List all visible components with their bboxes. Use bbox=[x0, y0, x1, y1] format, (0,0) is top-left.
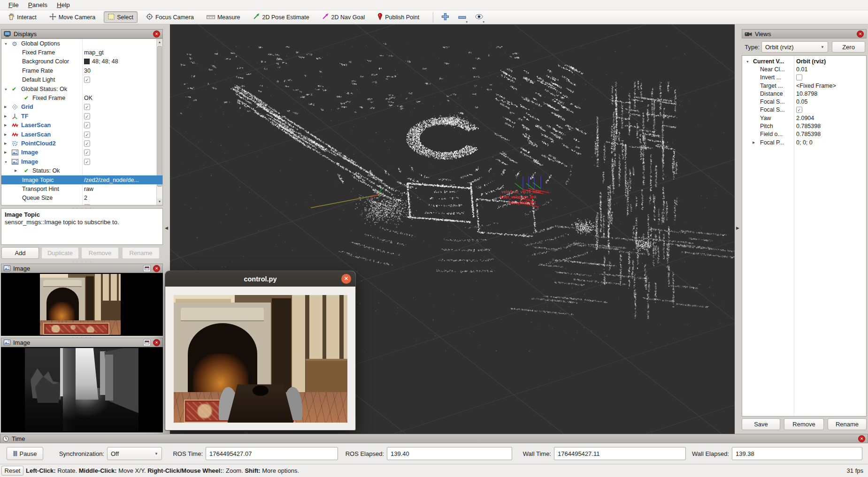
reset-button[interactable]: Reset bbox=[1, 466, 23, 476]
control-py-titlebar[interactable]: control.py ✕ bbox=[165, 271, 355, 287]
time-field-wall-time[interactable]: 1764495427.11 bbox=[554, 447, 686, 460]
splitter-collapse-right-icon[interactable]: ▶ bbox=[736, 226, 739, 230]
tree-row-transport-hint[interactable]: Transport Hintraw bbox=[1, 184, 162, 193]
time-field-ros-elapsed[interactable]: 139.40 bbox=[387, 447, 512, 460]
tree-row-image[interactable]: ▼Image✓ bbox=[1, 157, 162, 166]
tree-row-fixed-frame[interactable]: Fixed Framemap_gt bbox=[1, 48, 162, 57]
menu-help[interactable]: Help bbox=[52, 1, 75, 9]
tool-pose-estimate[interactable]: 2D Pose Estimate bbox=[249, 11, 314, 23]
tool-nav-goal[interactable]: 2D Nav Goal bbox=[318, 11, 369, 23]
tree-row-current-v[interactable]: ▼Current V...Orbit (rviz) bbox=[742, 57, 866, 65]
row-label: Yaw bbox=[760, 115, 771, 121]
toolbar-remove-tool[interactable]: ▼ bbox=[455, 11, 469, 23]
row-checkbox[interactable]: ✓ bbox=[84, 113, 90, 119]
tree-row-image[interactable]: ▶Image✓ bbox=[1, 148, 162, 157]
row-label: Default Light bbox=[22, 76, 55, 83]
control-py-window[interactable]: control.py ✕ bbox=[165, 271, 355, 430]
tool-select[interactable]: Select bbox=[104, 11, 138, 23]
row-checkbox[interactable]: ✓ bbox=[84, 77, 90, 83]
tree-row-image-topic[interactable]: Image Topic/zed2/zed_node/de... bbox=[1, 175, 162, 184]
tree-row-grid[interactable]: ▶Grid✓ bbox=[1, 103, 162, 112]
row-checkbox[interactable]: ✓ bbox=[84, 104, 90, 110]
add-button[interactable]: Add bbox=[1, 247, 39, 259]
tree-row-default-light[interactable]: Default Light✓ bbox=[1, 76, 162, 84]
tree-row-focal-s[interactable]: Focal S...0.05 bbox=[742, 98, 866, 106]
tree-row-invert[interactable]: Invert ... bbox=[742, 74, 866, 82]
tree-row-laserscan[interactable]: ▶LaserScan✓ bbox=[1, 130, 162, 139]
expander-closed-icon[interactable]: ▶ bbox=[15, 169, 17, 173]
expander-closed-icon[interactable]: ▶ bbox=[4, 105, 7, 109]
tree-row-pointcloud2[interactable]: ▶PointCloud2✓ bbox=[1, 139, 162, 148]
tree-row-fixed-frame[interactable]: ✔Fixed FrameOK bbox=[1, 93, 162, 102]
zero-button[interactable]: Zero bbox=[832, 41, 865, 53]
close-icon[interactable]: ✕ bbox=[153, 265, 160, 272]
tree-row-tf[interactable]: ▶TF✓ bbox=[1, 112, 162, 121]
row-checkbox[interactable]: ✓ bbox=[84, 159, 90, 165]
tree-row-pitch[interactable]: Pitch0.785398 bbox=[742, 122, 866, 130]
expander-open-icon[interactable]: ▼ bbox=[4, 87, 8, 91]
splitter-collapse-left-icon[interactable]: ◀ bbox=[165, 226, 168, 230]
row-checkbox[interactable] bbox=[796, 75, 802, 81]
row-checkbox[interactable]: ✓ bbox=[84, 150, 90, 156]
tree-row-focal-p[interactable]: ▶Focal P...0; 0; 0 bbox=[742, 138, 866, 146]
tool-measure[interactable]: Measure bbox=[202, 11, 245, 23]
tree-row-global-status-ok[interactable]: ▼✔Global Status: Ok bbox=[1, 84, 162, 93]
close-icon[interactable]: ✕ bbox=[153, 339, 160, 346]
tree-row-focal-s[interactable]: Focal S...✓ bbox=[742, 106, 866, 114]
views-rename-button[interactable]: Rename bbox=[828, 418, 867, 430]
tree-row-field-o[interactable]: Field o...0.785398 bbox=[742, 130, 866, 138]
float-window-icon[interactable] bbox=[143, 339, 151, 346]
expander-closed-icon[interactable]: ▶ bbox=[4, 151, 7, 154]
menu-file[interactable]: File bbox=[4, 1, 23, 9]
tree-row-near-cl[interactable]: Near Cl...0.01 bbox=[742, 65, 866, 73]
close-icon[interactable]: ✕ bbox=[857, 30, 864, 38]
row-checkbox[interactable]: ✓ bbox=[796, 107, 802, 113]
toolbar-tool-visibility[interactable]: ▼ bbox=[472, 11, 485, 23]
row-checkbox[interactable]: ✓ bbox=[84, 141, 90, 147]
expander-closed-icon[interactable]: ▶ bbox=[4, 114, 7, 118]
expander-closed-icon[interactable]: ▶ bbox=[4, 142, 7, 145]
views-save-button[interactable]: Save bbox=[742, 418, 780, 430]
menu-panels[interactable]: Panels bbox=[23, 1, 52, 9]
close-icon[interactable]: ✕ bbox=[858, 435, 865, 442]
tree-row-status-ok[interactable]: ▶✔Status: Ok bbox=[1, 167, 162, 175]
tree-row-global-options[interactable]: ▼⚙Global Options bbox=[1, 39, 162, 48]
float-window-icon[interactable] bbox=[143, 265, 151, 272]
tool-focus-camera[interactable]: Focus Camera bbox=[142, 11, 198, 23]
row-checkbox[interactable]: ✓ bbox=[84, 131, 90, 137]
description-title: Image Topic bbox=[5, 211, 159, 218]
tree-row-target[interactable]: Target ...<Fixed Frame> bbox=[742, 82, 866, 90]
row-value: 2.0904 bbox=[796, 115, 814, 121]
pause-button[interactable]: Pause bbox=[7, 447, 43, 460]
tool-move-camera[interactable]: Move Camera bbox=[45, 11, 100, 23]
expander-closed-icon[interactable]: ▶ bbox=[4, 133, 7, 136]
time-panel-title: Time bbox=[12, 435, 25, 442]
tree-row-distance[interactable]: Distance10.8798 bbox=[742, 90, 866, 98]
time-field-wall-elapsed[interactable]: 139.38 bbox=[732, 447, 862, 460]
expander-closed-icon[interactable]: ▶ bbox=[4, 123, 7, 127]
tree-row-frame-rate[interactable]: Frame Rate30 bbox=[1, 66, 162, 75]
close-icon[interactable]: ✕ bbox=[153, 30, 160, 38]
row-checkbox[interactable]: ✓ bbox=[84, 122, 90, 129]
tree-row-yaw[interactable]: Yaw2.0904 bbox=[742, 114, 866, 122]
tool-interact[interactable]: Interact bbox=[4, 11, 41, 23]
tree-row-background-color[interactable]: Background Color48; 48; 48 bbox=[1, 57, 162, 66]
synchronization-dropdown[interactable]: Off▼ bbox=[107, 447, 162, 460]
time-field-ros-time[interactable]: 1764495427.07 bbox=[206, 447, 338, 460]
image-panel-rgb-title: Image bbox=[13, 265, 30, 272]
check-icon: ✔ bbox=[24, 95, 29, 101]
status-bar: Reset Left-Click: Rotate. Middle-Click: … bbox=[0, 464, 868, 477]
expander-closed-icon[interactable]: ▶ bbox=[753, 141, 755, 144]
tree-row-queue-size[interactable]: Queue Size2 bbox=[1, 194, 162, 203]
tree-row-laserscan[interactable]: ▶LaserScan✓ bbox=[1, 121, 162, 130]
mantel-shape bbox=[43, 280, 82, 286]
views-remove-button[interactable]: Remove bbox=[784, 418, 824, 430]
view-type-dropdown[interactable]: Orbit (rviz)▼ bbox=[761, 41, 828, 53]
toolbar-add-tool[interactable] bbox=[438, 11, 452, 23]
close-icon[interactable]: ✕ bbox=[341, 274, 351, 284]
expander-open-icon[interactable]: ▼ bbox=[4, 160, 8, 163]
time-panel-body: Pause Synchronization: Off▼ ROS Time:176… bbox=[0, 443, 868, 464]
tool-publish-point[interactable]: Publish Point bbox=[373, 11, 423, 23]
expander-open-icon[interactable]: ▼ bbox=[746, 60, 749, 63]
expander-open-icon[interactable]: ▼ bbox=[4, 42, 8, 45]
